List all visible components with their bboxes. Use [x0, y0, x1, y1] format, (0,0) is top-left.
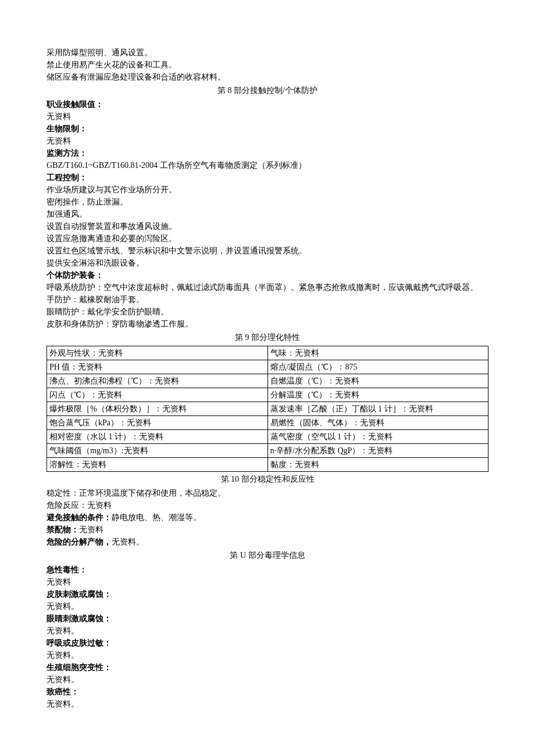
- table-cell: 外观与性状：无资料: [47, 346, 268, 360]
- section-10-title: 第 10 部分稳定性和反应性: [47, 473, 488, 486]
- decomposition-label: 危险的分解产物，: [47, 538, 112, 546]
- table-cell: n·辛醇/水分配系数 QgP）：无资料: [268, 443, 488, 457]
- ppe-skin: 皮肤和身体防护：穿防毒物渗透工作服。: [47, 318, 488, 330]
- eng-control-6: 设置红色区域警示线、警示标识和中文警示说明，并设置通讯报警系统。: [47, 245, 488, 257]
- table-cell: 饱合蒸气压（kPa）：无资料: [47, 415, 268, 429]
- table-row: 闪点（℃）：无资料 分解温度（℃）：无资料: [47, 388, 488, 402]
- avoid-contact-label: 避免接触的条件：: [47, 513, 112, 522]
- eng-control-2: 密闭操作，防止泄漏。: [47, 196, 488, 208]
- germ-cell-label: 生殖细胞突变性：: [47, 661, 488, 673]
- section-8-title: 第 8 部分接触控制/个体防护: [47, 84, 488, 97]
- table-cell: 气味：无资料: [268, 346, 488, 360]
- table-cell: 气味阈值（mg/m3）:无资料: [47, 443, 268, 457]
- table-cell: 爆炸极限［%（体积分数）］：无资料: [47, 402, 268, 415]
- skin-irritation-label: 皮肤刺激或腐蚀：: [47, 588, 488, 600]
- occupational-exposure-label: 职业接触限值：: [47, 98, 488, 110]
- avoid-contact-value: 静电放电、热、潮湿等。: [112, 513, 201, 522]
- intro-line-2: 禁止使用易产生火花的设备和工具。: [47, 59, 488, 71]
- hazard-reaction-line: 危险反应：无资料: [47, 499, 488, 511]
- table-row: 气味阈值（mg/m3）:无资料 n·辛醇/水分配系数 QgP）：无资料: [47, 443, 488, 457]
- physical-properties-table: 外观与性状：无资料 气味：无资料 PH 值：无资料 熔点/凝固点（℃）：875 …: [47, 346, 488, 472]
- occupational-exposure-value: 无资料: [47, 110, 488, 123]
- section-11-title: 第 U 部分毒理学信息: [47, 549, 488, 562]
- carcinogenicity-value: 无资料。: [47, 698, 488, 710]
- table-row: 沸点、初沸点和沸程（℃）：无资料 自燃温度（℃）：无资料: [47, 374, 488, 388]
- eng-control-4: 设置自动报警装置和事故通风设施。: [47, 220, 488, 232]
- table-row: 爆炸极限［%（体积分数）］：无资料 蒸发速率［乙酸（正）丁酯以 1 计］：无资料: [47, 402, 488, 415]
- incompatible-value: 无资料: [79, 525, 104, 534]
- ppe-eye: 眼睛防护：戴化学安全防护眼睛。: [47, 306, 488, 318]
- respiratory-sens-value: 无资料。: [47, 649, 488, 661]
- section-9-title: 第 9 部分理化特性: [47, 331, 488, 344]
- table-cell: 熔点/凝固点（℃）：875: [268, 360, 488, 374]
- biological-limit-label: 生物限制：: [47, 123, 488, 135]
- incompatible-label: 禁配物：: [47, 525, 79, 534]
- eye-irritation-value: 无资料。: [47, 625, 488, 637]
- table-cell: 分解温度（℃）：无资料: [268, 388, 488, 402]
- table-cell: 相对密度（水以 1 计）：无资料: [47, 429, 268, 443]
- table-cell: 黏度：无资料: [268, 457, 488, 471]
- decomposition-value: 无资料。: [112, 538, 144, 546]
- table-cell: PH 值：无资料: [47, 360, 268, 374]
- table-row: 外观与性状：无资料 气味：无资料: [47, 346, 488, 360]
- stability-line: 稳定性：正常环境温度下储存和使用，本品稳定。: [47, 487, 488, 499]
- decomposition-line: 危险的分解产物，无资料。: [47, 536, 488, 548]
- respiratory-sens-label: 呼吸或皮肤过敏：: [47, 637, 488, 649]
- table-cell: 蒸发速率［乙酸（正）丁酯以 1 计］：无资料: [268, 402, 488, 415]
- monitoring-method-value: GBZ/T160.1~GBZ/T160.81-2004 工作场所空气有毒物质测定…: [47, 159, 488, 171]
- table-cell: 沸点、初沸点和沸程（℃）：无资料: [47, 374, 268, 388]
- germ-cell-value: 无资料。: [47, 673, 488, 686]
- table-cell: 自燃温度（℃）：无资料: [268, 374, 488, 388]
- biological-limit-value: 无资料: [47, 135, 488, 147]
- table-cell: 蒸气密度（空气以 1 计）：无资料: [268, 429, 488, 443]
- incompatible-line: 禁配物：无资料: [47, 524, 488, 536]
- intro-line-3: 储区应备有泄漏应急处理设备和合适的收容材料。: [47, 71, 488, 83]
- table-row: 饱合蒸气压（kPa）：无资料 易燃性（固体、气体）：无资料: [47, 415, 488, 429]
- eng-control-3: 加强通风。: [47, 208, 488, 220]
- intro-line-1: 采用防爆型照明、通风设置。: [47, 46, 488, 59]
- ppe-hand: 手防护：戴橡胶耐油手套。: [47, 293, 488, 306]
- eng-control-1: 作业场所建议与其它作业场所分开。: [47, 184, 488, 196]
- avoid-contact-line: 避免接触的条件：静电放电、热、潮湿等。: [47, 511, 488, 524]
- table-cell: 闪点（℃）：无资料: [47, 388, 268, 402]
- monitoring-method-label: 监测方法：: [47, 147, 488, 159]
- ppe-respiratory: 呼吸系统防护：空气中浓度超标时，佩戴过滤式防毒面具（半面罩）。紧急事态抢救或撤离…: [47, 281, 488, 293]
- table-row: PH 值：无资料 熔点/凝固点（℃）：875: [47, 360, 488, 374]
- table-row: 相对密度（水以 1 计）：无资料 蒸气密度（空气以 1 计）：无资料: [47, 429, 488, 443]
- acute-toxicity-value: 无资料: [47, 576, 488, 588]
- engineering-control-label: 工程控制：: [47, 171, 488, 184]
- table-cell: 溶解性：无资料: [47, 457, 268, 471]
- table-row: 溶解性：无资料 黏度：无资料: [47, 457, 488, 471]
- acute-toxicity-label: 急性毒性：: [47, 564, 488, 576]
- skin-irritation-value: 无资料。: [47, 600, 488, 612]
- carcinogenicity-label: 致癌性：: [47, 686, 488, 698]
- eng-control-7: 提供安全淋浴和洗眼设备。: [47, 257, 488, 269]
- eye-irritation-label: 眼睛刺激或腐蚀：: [47, 612, 488, 625]
- table-cell: 易燃性（固体、气体）：无资料: [268, 415, 488, 429]
- eng-control-5: 设置应急撤离通道和必要的泻险区。: [47, 232, 488, 245]
- ppe-label: 个体防护装备：: [47, 269, 488, 281]
